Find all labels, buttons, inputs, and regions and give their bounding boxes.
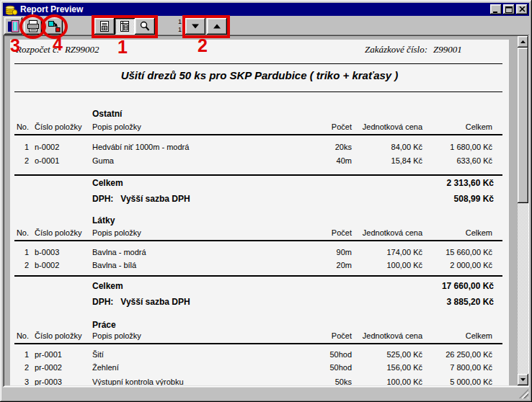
scroll-down-button[interactable] <box>518 374 528 385</box>
table-row: 1 pr-0001 Šití 50hod 525,00 Kč 26 250,00… <box>10 350 494 359</box>
next-page-button[interactable] <box>185 18 205 35</box>
titlebar[interactable]: Report Preview <box>3 3 529 16</box>
exit-preview-button[interactable] <box>4 17 22 35</box>
maximize-button[interactable] <box>503 4 515 14</box>
section-vat: DPH: Vyšší sazba DPH 508,99 Kč <box>10 194 494 204</box>
preview-area: Rozpočet č.RZ99002 Zakázkové číslo:Z9900… <box>3 35 529 387</box>
table-row: 3 pr-0003 Výstupní kontrola výrobku 50ks… <box>10 378 494 385</box>
section-total: Celkem 17 660,00 Kč <box>10 281 494 291</box>
section-title: Látky <box>92 215 115 225</box>
divider <box>14 63 502 64</box>
minimize-icon <box>492 6 500 13</box>
minimize-button[interactable] <box>490 4 502 14</box>
report-view-button[interactable] <box>94 18 115 35</box>
section-total: Celkem 2 313,60 Kč <box>10 178 494 188</box>
section-title: Práce <box>92 320 116 330</box>
page-current: 1 <box>173 18 182 26</box>
column-headers: No. Číslo položky Popis položky Počet Je… <box>10 228 494 238</box>
table-row: 1 b-0003 Bavlna - modrá 90m 174,00 Kč 15… <box>10 248 494 257</box>
divider <box>14 91 502 92</box>
close-button[interactable] <box>516 4 528 14</box>
divider <box>14 240 502 241</box>
section-title: Ostatní <box>92 109 122 119</box>
export-button[interactable] <box>45 17 63 35</box>
budget-number: Rozpočet č.RZ99002 <box>16 44 99 55</box>
report-page: Rozpočet č.RZ99002 Zakázkové číslo:Z9900… <box>10 40 509 385</box>
status-bar <box>3 387 529 399</box>
divider <box>14 174 502 176</box>
page-layout-icon <box>118 20 131 32</box>
print-button[interactable] <box>24 17 42 35</box>
prev-page-button[interactable] <box>207 18 227 35</box>
window-title: Report Preview <box>20 3 489 16</box>
divider <box>14 343 502 344</box>
column-headers: No. Číslo položky Popis položky Počet Je… <box>10 331 494 341</box>
table-row: 1 n-0002 Hedvábí niť 1000m - modrá 20ks … <box>10 143 494 152</box>
close-icon <box>519 6 526 12</box>
magnifier-icon <box>138 20 151 32</box>
vertical-scrollbar[interactable] <box>518 36 528 385</box>
divider <box>14 134 502 135</box>
preview-view-button[interactable] <box>115 18 135 35</box>
table-row: 2 o-0001 Guma 40m 15,84 Kč 633,60 Kč <box>10 156 494 166</box>
door-exit-icon <box>6 19 21 33</box>
scroll-down-icon <box>520 378 526 381</box>
divider <box>14 275 502 277</box>
section-vat: DPH: Vyšší sazba DPH 3 885,20 Kč <box>10 297 494 307</box>
report-preview-window: Report Preview <box>0 0 532 402</box>
table-row: 2 b-0002 Bavlna - bílá 20m 100,00 Kč 2 0… <box>10 261 494 270</box>
coins-icon <box>5 4 18 15</box>
page-total: 1 <box>173 26 182 34</box>
scroll-up-button[interactable] <box>518 36 528 48</box>
scroll-up-icon <box>520 40 526 43</box>
export-icon <box>47 19 61 32</box>
report-title: Ušití drezů 50 ks pro SKP Pardubice ( tr… <box>10 69 509 81</box>
arrow-up-icon <box>213 23 221 30</box>
zoom-button[interactable] <box>135 18 155 35</box>
order-number: Zakázkové číslo:Z99001 <box>365 44 462 55</box>
printer-icon <box>26 19 40 32</box>
table-row: 2 pr-0002 Žehlení 50hod 156,00 Kč 7 800,… <box>10 363 494 372</box>
column-headers: No. Číslo položky Popis položky Počet Je… <box>10 122 494 132</box>
arrow-down-icon <box>191 23 200 30</box>
maximize-icon <box>505 6 513 13</box>
report-page-icon <box>98 20 111 32</box>
resize-grip[interactable] <box>519 389 528 398</box>
scrollbar-thumb[interactable] <box>518 48 528 203</box>
page-indicator: 1 1 <box>173 18 182 34</box>
